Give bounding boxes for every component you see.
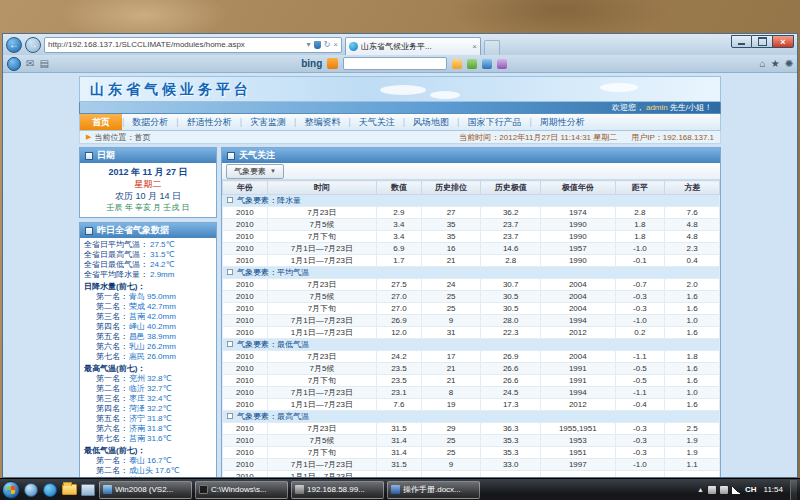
cloud-icon [380,85,426,95]
nav-item-3[interactable]: 舒适性分析 [179,114,240,131]
tray-status-icon-1[interactable] [708,486,716,494]
nav-item-4[interactable]: 灾害监测 [242,114,294,131]
table-row[interactable]: 20107月5候3.43523.719901.84.8 [223,219,720,231]
table-row[interactable]: 20101月1日—7月23日12.03122.320120.21.6 [223,327,720,339]
page-viewport: 山东省气候业务平台 欢迎您， admin 先生/小姐！ 首页|数据分析|舒适性分… [3,73,797,477]
url-bar[interactable]: http://192.168.137.1/SLCCLIMATE/modules/… [44,37,342,53]
table-cell: 7月下旬 [267,231,376,243]
table-row[interactable]: 20107月下旬3.43523.719901.84.8 [223,231,720,243]
rank-value: 26.2mm [147,342,176,352]
table-cell: 7月5候 [267,435,376,447]
minimize-button[interactable] [731,35,752,48]
table-cell: 7.6 [665,207,720,219]
start-button[interactable] [2,481,20,499]
url-text[interactable]: http://192.168.137.1/SLCCLIMATE/modules/… [48,40,304,49]
mail-icon[interactable]: ✉ [26,59,34,69]
table-row[interactable]: 20107月23日27.52430.72004-0.72.0 [223,279,720,291]
tools-gear-icon[interactable]: ✺ [785,58,793,69]
stat-label: 全省日平均气温： [84,240,148,250]
tray-expand-icon[interactable]: ▲ [697,486,704,493]
browser-tab[interactable]: 山东省气候业务平... × [345,37,481,55]
back-button[interactable]: ← [6,37,22,53]
nav-item-8[interactable]: 国家下行产品 [459,114,529,131]
section-checkbox[interactable] [227,269,233,275]
section-checkbox[interactable] [227,197,233,203]
table-row[interactable]: 20107月1日—7月23日6.91614.61957-1.02.3 [223,243,720,255]
table-row[interactable]: 20101月1日—7月23日7.61917.32012-0.41.6 [223,399,720,411]
desktop: ← → http://192.168.137.1/SLCCLIMATE/modu… [0,0,800,500]
table-row[interactable]: 20107月23日31.52936.31955,1951-0.32.5 [223,423,720,435]
tab-close-icon[interactable]: × [472,42,477,51]
taskbar-task-4[interactable]: 操作手册.docx... [387,481,480,499]
toolbar-search-input[interactable] [343,57,447,70]
table-cell: 27.0 [377,303,422,315]
nav-item-7[interactable]: 风场地图 [405,114,457,131]
table-row[interactable]: 20107月下旬23.52126.61991-0.51.6 [223,375,720,387]
show-desktop-button[interactable] [790,480,797,500]
table-cell: 29 [421,423,481,435]
table-row[interactable]: 20107月下旬27.02530.52004-0.31.6 [223,303,720,315]
nav-item-2[interactable]: 数据分析 [124,114,176,131]
weather-panel-title: 昨日全省气象数据 [97,224,169,237]
table-cell: 23.5 [377,375,422,387]
print-icon[interactable]: ▤ [39,59,48,69]
taskbar-task-1[interactable]: Win2008 (VS2... [99,481,192,499]
table-cell: 30.5 [481,291,541,303]
table-cell: 7月5候 [267,291,376,303]
toolbar-app-icon-3[interactable] [482,59,492,69]
quick-launch-ie[interactable] [42,482,58,498]
table-cell [421,471,481,478]
table-row[interactable]: 20107月5候31.42535.31953-0.31.9 [223,435,720,447]
nav-item-5[interactable]: 整编资料 [296,114,348,131]
new-tab-button[interactable] [484,40,500,55]
table-cell: 14.6 [481,243,541,255]
task-icon [103,485,112,494]
section-checkbox[interactable] [227,413,233,419]
rank-item: 第六名：济南31.8℃ [84,424,212,434]
language-indicator[interactable]: CH [745,485,757,494]
maximize-button[interactable] [752,35,773,48]
nav-item-1[interactable]: 首页 [80,114,122,130]
section-checkbox[interactable] [227,341,233,347]
network-icon[interactable] [732,486,741,494]
autocomplete-dropdown-icon[interactable]: ▾ [307,40,311,49]
stop-icon[interactable]: × [333,40,338,49]
rank-label: 第五名： [96,332,128,342]
security-shield-icon [314,41,321,49]
toolbar-app-icon-4[interactable] [497,59,507,69]
ie-compatibility-icon[interactable] [7,57,21,71]
table-row[interactable]: 20107月23日24.21726.92004-1.11.8 [223,351,720,363]
table-row[interactable]: 20101月1日—7月23日 [223,471,720,478]
rank-item: 第六名：乳山26.2mm [84,342,212,352]
table-row[interactable]: 20107月1日—7月23日26.9928.01994-1.01.0 [223,315,720,327]
rank-item: 第五名：昌邑38.9mm [84,332,212,342]
taskbar-task-3[interactable]: 192.168.58.99... [291,481,384,499]
column-header: 距平 [615,181,665,195]
table-row[interactable]: 20107月1日—7月23日31.5933.01997-1.01.1 [223,459,720,471]
nav-item-9[interactable]: 周期性分析 [532,114,593,131]
table-row[interactable]: 20107月5候23.52126.61991-0.51.6 [223,363,720,375]
toolbar-app-icon-2[interactable] [467,59,477,69]
refresh-icon[interactable]: ↻ [324,40,331,49]
home-icon[interactable]: ⌂ [760,58,766,69]
tray-status-icon-2[interactable] [720,486,728,494]
element-filter-button[interactable]: 气象要素 ▼ [226,164,284,179]
taskbar-task-2[interactable]: C:\Windows\s... [195,481,288,499]
table-row[interactable]: 20107月1日—7月23日23.1824.51994-1.11.0 [223,387,720,399]
table-row[interactable]: 20107月下旬31.42535.31951-0.31.9 [223,447,720,459]
station-name: 乳山 [129,342,145,352]
close-button[interactable] [773,35,794,48]
favorites-star-icon[interactable]: ★ [771,58,780,69]
table-row[interactable]: 20107月23日2.92736.219742.87.6 [223,207,720,219]
nav-item-6[interactable]: 天气关注 [351,114,403,131]
toolbar-app-icon-1[interactable] [452,59,462,69]
quick-launch-media[interactable] [23,482,39,498]
date-panel-title: 日期 [97,149,115,162]
quick-launch-explorer[interactable] [61,482,77,498]
forward-button[interactable]: → [25,37,41,53]
table-row[interactable]: 20101月1日—7月23日1.7212.81990-0.10.4 [223,255,720,267]
quick-launch-app[interactable] [80,482,96,498]
table-row[interactable]: 20107月5候27.02530.52004-0.31.6 [223,291,720,303]
rank-value: 32.4℃ [147,394,172,404]
taskbar-clock[interactable]: 11:54 [761,485,786,494]
